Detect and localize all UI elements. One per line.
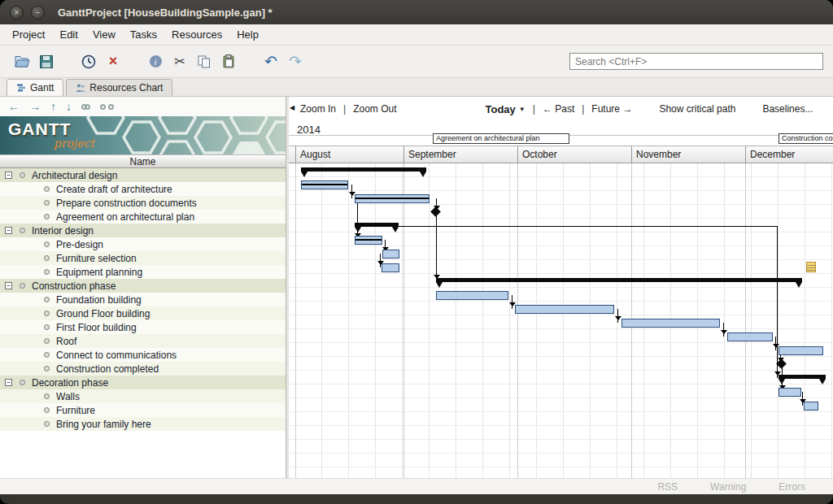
task-row[interactable]: Bring your family here — [0, 417, 286, 431]
menu-item-resources[interactable]: Resources — [164, 25, 229, 44]
summary-bar[interactable] — [778, 375, 826, 379]
task-bullet-icon — [44, 338, 50, 344]
indent-task-button[interactable]: → — [29, 101, 41, 112]
task-bullet-icon — [44, 366, 50, 371]
summary-bar[interactable] — [436, 278, 802, 282]
menu-item-tasks[interactable]: Tasks — [123, 25, 164, 44]
task-row[interactable]: Connect to communications — [0, 348, 286, 362]
task-row[interactable]: First Floor building — [0, 320, 286, 334]
task-bar[interactable] — [778, 388, 801, 397]
warning-status[interactable]: Warning — [710, 481, 746, 493]
dependency-line — [399, 226, 777, 227]
today-dropdown[interactable]: Today ▼ — [486, 103, 526, 115]
task-row[interactable]: −Interior design — [0, 224, 286, 237]
task-bullet-icon — [20, 283, 25, 289]
menu-item-view[interactable]: View — [85, 25, 123, 44]
task-bar[interactable] — [515, 305, 614, 314]
month-header: November — [631, 146, 745, 163]
future-link[interactable]: Future → — [591, 103, 632, 115]
paste-button[interactable] — [216, 50, 241, 73]
menu-item-edit[interactable]: Edit — [52, 25, 85, 44]
time-button[interactable] — [76, 50, 101, 73]
task-row[interactable]: −Architectural design — [0, 168, 286, 182]
task-bar[interactable] — [727, 332, 773, 341]
task-row[interactable]: Walls — [0, 389, 286, 403]
tab-gantt[interactable]: Gantt — [7, 79, 63, 96]
move-task-up-button[interactable]: ↑ — [50, 101, 56, 112]
task-row[interactable]: −Construction phase — [0, 279, 286, 293]
task-bar[interactable] — [436, 291, 508, 300]
summary-bar[interactable] — [301, 167, 426, 172]
collapse-icon[interactable]: − — [5, 227, 12, 234]
search-input[interactable] — [569, 53, 823, 70]
task-row[interactable]: Roof — [0, 334, 286, 348]
task-bullet-icon — [44, 393, 50, 399]
task-bar[interactable] — [804, 402, 818, 411]
gantt-chart-body[interactable] — [289, 163, 833, 478]
task-bar[interactable] — [382, 250, 399, 259]
name-column-header[interactable]: Name — [0, 154, 286, 168]
task-row[interactable]: Pre-design — [0, 237, 286, 251]
move-task-down-button[interactable]: ↓ — [66, 101, 72, 112]
cut-button[interactable]: ✂ — [168, 50, 192, 73]
task-bullet-icon — [44, 255, 50, 261]
undo-button[interactable]: ↶ — [259, 50, 283, 73]
menu-item-help[interactable]: Help — [229, 25, 266, 44]
properties-button[interactable]: i — [143, 50, 168, 73]
separator: | — [533, 103, 535, 115]
window-close-button[interactable]: × — [10, 6, 24, 20]
tab-resources-chart[interactable]: Resources Chart — [66, 79, 172, 96]
task-label: Construction completed — [56, 363, 159, 375]
timeline-annotation: Construction completed — [778, 133, 833, 144]
link-tasks-button[interactable] — [81, 104, 90, 110]
zoom-in-link[interactable]: Zoom In — [300, 103, 336, 115]
unindent-task-button[interactable]: ← — [8, 101, 20, 112]
task-row[interactable]: Foundation building — [0, 293, 286, 306]
task-bullet-icon — [20, 172, 25, 178]
task-row[interactable]: Prepare construction documents — [0, 196, 286, 210]
copy-button[interactable] — [192, 50, 216, 73]
save-project-button[interactable] — [34, 50, 59, 73]
collapse-icon[interactable]: − — [5, 282, 12, 289]
collapse-icon[interactable]: − — [5, 172, 12, 179]
folder-open-icon — [15, 55, 30, 67]
task-row[interactable]: Construction completed — [0, 362, 286, 376]
show-critical-path-link[interactable]: Show critical path — [659, 103, 735, 115]
month-header: August — [295, 146, 403, 163]
delete-task-button[interactable]: × — [101, 50, 125, 73]
baselines-link[interactable]: Baselines... — [762, 103, 813, 115]
progress-line — [302, 184, 347, 185]
window-minimize-button[interactable]: − — [31, 6, 45, 20]
rss-status[interactable]: RSS — [657, 481, 678, 493]
open-project-button[interactable] — [10, 50, 34, 73]
tab-label: Gantt — [30, 82, 54, 93]
note-icon[interactable] — [806, 262, 816, 272]
collapse-panel-icon[interactable]: ◀ — [290, 104, 294, 111]
task-row[interactable]: −Decoration phase — [0, 376, 286, 389]
task-row[interactable]: Furniture selection — [0, 251, 286, 265]
task-row[interactable]: Furniture — [0, 403, 286, 417]
task-bar[interactable] — [778, 346, 823, 355]
task-bullet-icon — [44, 352, 50, 358]
task-bar[interactable] — [621, 319, 720, 328]
collapse-icon[interactable]: − — [5, 379, 12, 386]
task-label: Furniture selection — [56, 253, 137, 264]
task-bar[interactable] — [355, 194, 430, 203]
task-label: First Floor building — [56, 322, 137, 333]
save-icon — [40, 55, 53, 68]
unlink-tasks-button[interactable] — [100, 104, 114, 110]
redo-button[interactable]: ↷ — [283, 50, 307, 73]
zoom-out-link[interactable]: Zoom Out — [353, 103, 396, 115]
task-row[interactable]: Ground Floor building — [0, 306, 286, 320]
past-link[interactable]: ← Past — [543, 103, 574, 115]
task-row[interactable]: Agreement on architectural plan — [0, 210, 286, 224]
task-row[interactable]: Equipment planning — [0, 265, 286, 279]
summary-bar[interactable] — [355, 223, 399, 227]
menu-item-project[interactable]: Project — [5, 25, 52, 44]
errors-status[interactable]: Errors — [778, 481, 805, 493]
task-row[interactable]: Create draft of architecture — [0, 182, 286, 196]
task-bar[interactable] — [301, 180, 348, 189]
task-bar[interactable] — [355, 236, 382, 245]
task-bar[interactable] — [382, 263, 399, 272]
dependency-line — [723, 323, 724, 337]
